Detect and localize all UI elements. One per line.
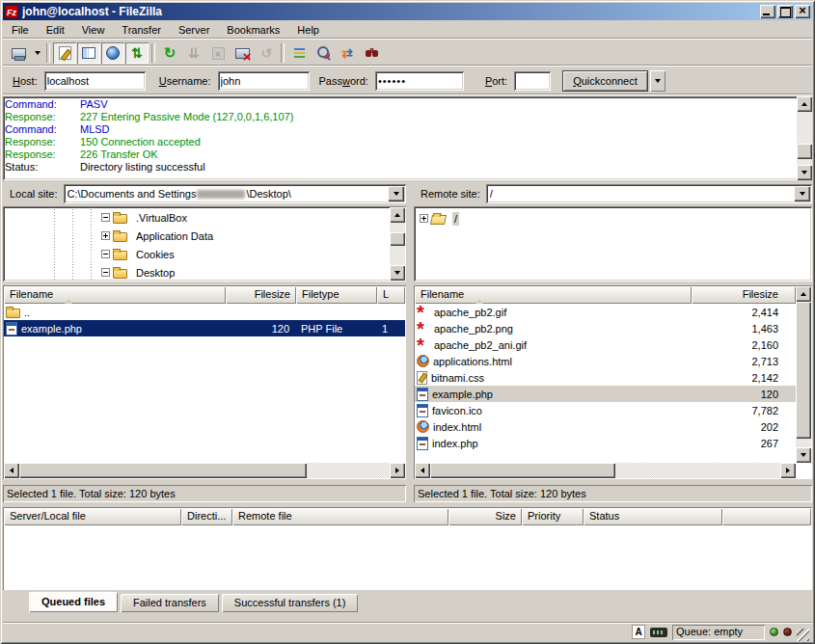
queue-column-header[interactable]: Status bbox=[584, 508, 722, 525]
scroll-thumb[interactable] bbox=[390, 232, 405, 246]
remote-vscrollbar[interactable] bbox=[796, 286, 811, 463]
scroll-down-button[interactable] bbox=[390, 265, 405, 281]
scroll-up-button[interactable] bbox=[390, 207, 405, 223]
toggle-local-tree-button[interactable] bbox=[77, 42, 100, 64]
scroll-left-button[interactable] bbox=[415, 463, 430, 478]
column-header[interactable]: Filetype bbox=[296, 286, 377, 304]
password-input[interactable] bbox=[375, 71, 464, 91]
compare-directories-button[interactable] bbox=[312, 42, 335, 64]
site-manager-button[interactable] bbox=[7, 42, 30, 64]
queue-column-header[interactable]: Directi... bbox=[181, 508, 232, 525]
maximize-button[interactable] bbox=[777, 5, 793, 18]
cancel-operation-button[interactable] bbox=[206, 42, 230, 64]
file-row[interactable]: index.html 202 bbox=[415, 418, 796, 435]
tree-expander[interactable] bbox=[420, 214, 428, 223]
port-input[interactable] bbox=[514, 71, 551, 91]
menu-item[interactable]: Help bbox=[288, 21, 328, 39]
file-row[interactable]: apache_pb2.png 1,463 bbox=[415, 320, 796, 336]
scroll-thumb[interactable] bbox=[430, 463, 615, 478]
local-path-value: C:\Documents and Settings\Desktop\ bbox=[68, 186, 385, 201]
queue-tab[interactable]: Queued files bbox=[29, 592, 118, 612]
scroll-left-button[interactable] bbox=[4, 463, 19, 478]
queue-tab[interactable]: Successful transfers (1) bbox=[222, 594, 359, 612]
reconnect-button[interactable] bbox=[255, 42, 278, 64]
tree-item[interactable]: Desktop bbox=[3, 263, 406, 282]
queue-tab[interactable]: Failed transfers bbox=[121, 594, 219, 612]
file-row[interactable]: .. bbox=[4, 304, 405, 320]
local-tree-scrollbar[interactable] bbox=[390, 207, 405, 281]
tree-item[interactable]: / bbox=[414, 209, 812, 228]
file-row[interactable]: apache_pb2_ani.gif 2,160 bbox=[415, 336, 796, 353]
file-row[interactable]: index.php 267 bbox=[415, 435, 796, 451]
sync-browsing-button[interactable] bbox=[336, 42, 359, 64]
resize-grip[interactable] bbox=[797, 629, 809, 641]
menu-item[interactable]: File bbox=[3, 21, 38, 39]
scroll-up-button[interactable] bbox=[797, 96, 812, 112]
remote-path-combo[interactable]: / bbox=[486, 184, 812, 203]
file-row[interactable]: favicon.ico 7,782 bbox=[415, 402, 796, 418]
log-scrollbar[interactable] bbox=[797, 96, 812, 180]
file-row[interactable]: applications.html 2,713 bbox=[415, 353, 796, 369]
column-header[interactable]: Filesize bbox=[226, 286, 296, 304]
filter-button[interactable] bbox=[287, 42, 311, 64]
menu-item[interactable]: Transfer bbox=[113, 21, 170, 39]
tree-item[interactable]: .VirtualBox bbox=[3, 208, 406, 227]
minimize-button[interactable] bbox=[760, 5, 775, 18]
column-header[interactable]: Filename bbox=[4, 286, 226, 304]
local-site-label: Local site: bbox=[3, 188, 64, 200]
username-input[interactable] bbox=[218, 71, 310, 91]
menu-item[interactable]: View bbox=[73, 21, 114, 39]
menu-item[interactable]: Edit bbox=[38, 21, 73, 39]
file-row[interactable]: apache_pb2.gif 2,414 bbox=[415, 304, 796, 320]
toggle-message-log-button[interactable] bbox=[53, 42, 76, 64]
file-row[interactable]: example.php 120 PHP File 1 bbox=[4, 320, 405, 336]
close-button[interactable] bbox=[795, 5, 810, 18]
html-file-icon bbox=[417, 420, 429, 433]
column-header[interactable]: L bbox=[377, 286, 405, 304]
quickconnect-dropdown-button[interactable] bbox=[650, 70, 666, 92]
refresh-button[interactable] bbox=[158, 42, 181, 64]
scroll-down-button[interactable] bbox=[797, 165, 812, 180]
queue-column-header[interactable]: Server/Local file bbox=[4, 508, 181, 525]
process-queue-button[interactable] bbox=[182, 42, 205, 64]
menu-item[interactable]: Bookmarks bbox=[218, 21, 288, 39]
host-input[interactable] bbox=[44, 71, 146, 91]
queue-column-header[interactable] bbox=[722, 508, 811, 525]
menu-item[interactable]: Server bbox=[170, 21, 218, 39]
tree-item[interactable]: Application Data bbox=[3, 227, 406, 245]
tree-expander[interactable] bbox=[101, 250, 110, 258]
quickconnect-button[interactable]: Quickconnect bbox=[562, 70, 648, 92]
php-file-icon bbox=[417, 388, 428, 401]
scroll-thumb[interactable] bbox=[797, 144, 812, 159]
host-label: Host: bbox=[13, 75, 38, 87]
scroll-right-button[interactable] bbox=[390, 463, 405, 478]
site-manager-dropdown-button[interactable] bbox=[31, 42, 43, 64]
file-row[interactable]: example.php 120 bbox=[415, 386, 796, 402]
column-header[interactable]: Filename bbox=[415, 286, 692, 304]
tree-expander[interactable] bbox=[101, 268, 110, 277]
column-header[interactable]: Filesize bbox=[692, 286, 796, 304]
toggle-queue-button[interactable] bbox=[125, 42, 149, 64]
toggle-remote-tree-button[interactable] bbox=[101, 42, 124, 64]
local-path-combo[interactable]: C:\Documents and Settings\Desktop\ bbox=[64, 184, 406, 203]
local-path-dropdown-button[interactable] bbox=[388, 186, 404, 201]
status-bar: A Queue: empty bbox=[3, 622, 812, 641]
queue-column-header[interactable]: Remote file bbox=[232, 508, 448, 525]
find-files-button[interactable] bbox=[360, 42, 383, 64]
remote-path-dropdown-button[interactable] bbox=[794, 186, 810, 201]
scroll-down-button[interactable] bbox=[796, 447, 811, 463]
scroll-up-button[interactable] bbox=[796, 286, 811, 302]
scroll-thumb[interactable] bbox=[19, 463, 307, 478]
chevron-down-icon bbox=[655, 79, 661, 83]
tree-item[interactable]: Cookies bbox=[3, 245, 406, 263]
queue-column-header[interactable]: Size bbox=[448, 508, 522, 525]
queue-column-header[interactable]: Priority bbox=[522, 508, 584, 525]
disconnect-button[interactable] bbox=[231, 42, 254, 64]
tree-expander[interactable] bbox=[101, 231, 110, 240]
remote-hscrollbar[interactable] bbox=[415, 463, 796, 478]
scroll-right-button[interactable] bbox=[780, 463, 796, 478]
tree-expander[interactable] bbox=[101, 213, 110, 222]
scroll-thumb[interactable] bbox=[796, 302, 811, 439]
file-row[interactable]: bitnami.css 2,142 bbox=[415, 369, 796, 386]
local-hscrollbar[interactable] bbox=[4, 463, 405, 478]
